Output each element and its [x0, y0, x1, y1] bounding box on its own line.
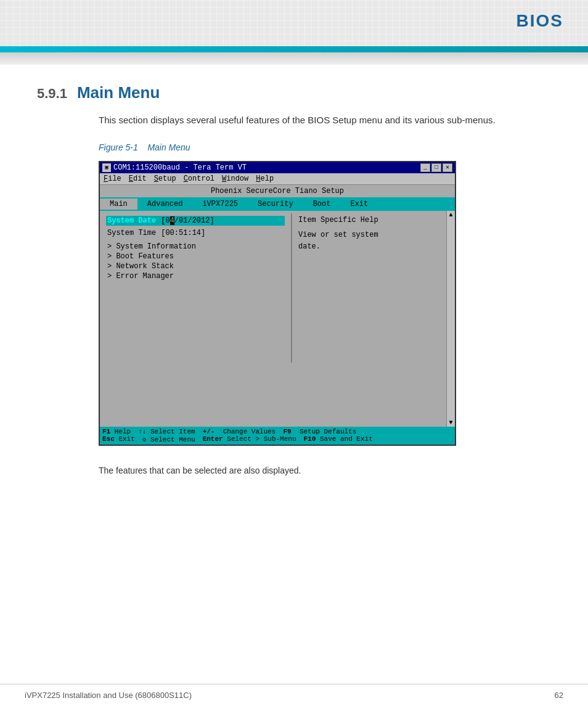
bios-main-panel: System Date [04/01/2012] System Time [00…	[100, 211, 446, 365]
bios-field-time-label: System Time	[107, 229, 156, 237]
bios-content-area: Phoenix SecureCore Tiano Setup Main Adva…	[100, 185, 455, 445]
scroll-down-arrow[interactable]: ▼	[449, 419, 452, 426]
bios-submenu-bootfeatures[interactable]: > Boot Features	[106, 252, 285, 261]
terminal-frame: ▣ COM1:115200baud - Tera Term VT _ □ ✕ F…	[99, 161, 456, 446]
menu-control[interactable]: Control	[184, 174, 214, 183]
minimize-button[interactable]: _	[420, 163, 430, 172]
closing-text: The features that can be selected are al…	[99, 464, 551, 477]
menu-edit[interactable]: Edit	[129, 174, 147, 183]
terminal-scrollbar[interactable]: ▲ ▼	[446, 211, 455, 427]
bios-title-text: Phoenix SecureCore Tiano Setup	[211, 187, 344, 195]
intro-text: This section displays several useful fea…	[99, 113, 551, 128]
status-updown: ↑↓ Select Item	[138, 428, 195, 435]
bios-nav-ivpx[interactable]: iVPX7225	[192, 199, 248, 210]
status-f1: F1 Help	[102, 428, 131, 435]
bios-nav-exit[interactable]: Exit	[340, 199, 378, 210]
scroll-up-arrow[interactable]: ▲	[449, 211, 452, 218]
bios-header-label: BIOS	[517, 11, 563, 31]
menu-setup[interactable]: Setup	[154, 174, 176, 183]
bios-nav-boot[interactable]: Boot	[303, 199, 341, 210]
bios-nav-main[interactable]: Main	[100, 199, 137, 210]
bios-right-panel: Item Specific Help View or set systemdat…	[292, 211, 446, 365]
bios-submenu-networkstack[interactable]: > Network Stack	[106, 261, 285, 271]
bios-field-time-value: [00:51:14]	[161, 229, 205, 237]
bios-field-date-label: System Date	[107, 216, 156, 225]
bios-field-date-value: [04/01/2012]	[161, 216, 214, 225]
bios-nav-advanced[interactable]: Advanced	[137, 199, 193, 210]
bios-nav-bar: Main Advanced iVPX7225 Security Boot Exi…	[100, 197, 455, 211]
status-f9: F9 Setup Defaults	[283, 428, 356, 435]
statusbar-row1: F1 Help ↑↓ Select Item +/- Change Values…	[102, 428, 452, 435]
status-f10: F10 Save and Exit	[304, 435, 373, 443]
status-esc: Esc Exit	[102, 435, 135, 443]
maximize-button[interactable]: □	[431, 163, 441, 172]
bios-field-date-row: System Date [04/01/2012]	[106, 216, 285, 226]
statusbar-row2: Esc Exit ◇ Select Menu Enter Select > Su…	[102, 435, 452, 443]
bios-empty-space	[100, 365, 446, 427]
section-heading: 5.9.1 Main Menu	[37, 83, 551, 102]
titlebar-title-area: ▣ COM1:115200baud - Tera Term VT	[102, 163, 247, 172]
accent-bar	[0, 46, 588, 52]
section-number: 5.9.1	[37, 86, 67, 102]
bios-statusbar: F1 Help ↑↓ Select Item +/- Change Values…	[100, 427, 455, 445]
footer-left-text: iVPX7225 Installation and Use (6806800S1…	[25, 691, 192, 700]
gray-bar	[0, 52, 588, 65]
menu-window[interactable]: Window	[222, 174, 248, 183]
menu-help[interactable]: Help	[256, 174, 274, 183]
figure-label: Figure 5-1 Main Menu	[99, 142, 551, 152]
bios-left-panel: System Date [04/01/2012] System Time [00…	[100, 211, 291, 365]
bios-help-text: View or set systemdate.	[298, 229, 440, 253]
bios-submenu-sysinfo[interactable]: > System Information	[106, 242, 285, 252]
terminal-titlebar: ▣ COM1:115200baud - Tera Term VT _ □ ✕	[100, 162, 455, 173]
section-title: Main Menu	[77, 83, 160, 102]
bios-body-inner: System Date [04/01/2012] System Time [00…	[100, 211, 446, 427]
top-decoration: BIOS	[0, 0, 588, 46]
terminal-title-text: COM1:115200baud - Tera Term VT	[113, 163, 247, 172]
close-button[interactable]: ✕	[443, 163, 452, 172]
terminal-menubar: File Edit Setup Control Window Help	[100, 173, 455, 185]
page-footer: iVPX7225 Installation and Use (6806800S1…	[0, 684, 588, 706]
footer-page-number: 62	[555, 691, 563, 700]
terminal-app-icon: ▣	[102, 163, 111, 172]
menu-file[interactable]: File	[104, 174, 121, 183]
bios-help-title: Item Specific Help	[298, 216, 440, 224]
titlebar-buttons[interactable]: _ □ ✕	[420, 163, 452, 172]
status-plusminus: +/- Change Values	[203, 428, 276, 435]
status-enter: Enter Select > Sub-Menu	[203, 435, 296, 443]
main-content: 5.9.1 Main Menu This section displays se…	[0, 65, 588, 496]
bios-field-time-row: System Time [00:51:14]	[106, 228, 285, 238]
bios-nav-security[interactable]: Security	[248, 199, 303, 210]
bios-phoenix-header: Phoenix SecureCore Tiano Setup	[100, 185, 455, 197]
status-diamond: ◇ Select Menu	[142, 435, 195, 443]
bios-submenu-errormanager[interactable]: > Error Manager	[106, 271, 285, 281]
bios-body-wrapper: System Date [04/01/2012] System Time [00…	[100, 211, 455, 427]
terminal-window: ▣ COM1:115200baud - Tera Term VT _ □ ✕ F…	[99, 161, 456, 446]
